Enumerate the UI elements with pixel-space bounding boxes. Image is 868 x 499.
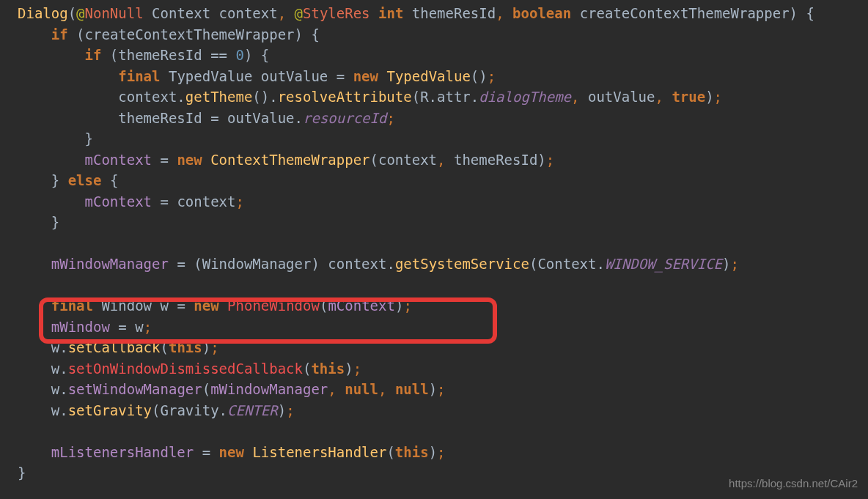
param: context: [219, 5, 278, 21]
token: ContextThemeWrapper: [210, 152, 369, 168]
method-call: setCallback: [68, 339, 161, 355]
token: w: [51, 402, 59, 418]
param: createContextThemeWrapper: [580, 5, 790, 21]
field-ref: mWindowManager: [210, 381, 328, 397]
annotation-at: @: [76, 5, 84, 21]
token: R.attr.: [420, 89, 479, 105]
token: outValue: [588, 89, 655, 105]
token: outValue: [227, 110, 295, 126]
keyword: this: [169, 339, 202, 355]
token: w: [51, 339, 59, 355]
method-call: setOnWindowDismissedCallback: [68, 361, 303, 377]
field-ref: dialogTheme: [479, 89, 571, 105]
token: themeResId: [454, 152, 537, 168]
keyword: boolean: [512, 5, 571, 21]
keyword: if: [51, 26, 68, 42]
number-literal: 0: [236, 47, 244, 63]
token: w: [135, 319, 143, 335]
constant: CENTER: [227, 402, 278, 418]
keyword: new: [353, 68, 378, 84]
field-ref: mListenersHandler: [51, 444, 194, 460]
token: ListenersHandler: [252, 444, 386, 460]
keyword: true: [672, 89, 705, 105]
constant: WINDOW_SERVICE: [605, 256, 722, 272]
token: context: [328, 256, 386, 272]
token: context: [177, 193, 235, 210]
token: TypedValue: [169, 68, 252, 84]
field-ref: mWindowManager: [51, 256, 169, 272]
token: Dialog: [18, 5, 68, 21]
token: WindowManager: [202, 256, 312, 272]
field-ref: mContext: [85, 152, 152, 168]
token: context: [118, 89, 177, 105]
field-ref: mContext: [328, 297, 395, 314]
method-call: setGravity: [68, 402, 152, 418]
token: Context: [152, 5, 210, 21]
token: w: [161, 297, 169, 314]
param: themeResId: [412, 5, 496, 21]
watermark-text: https://blog.csdn.net/CAir2: [729, 476, 858, 492]
field-ref: mWindow: [51, 319, 110, 335]
code-block: Dialog(@NonNull Context context, @StyleR…: [0, 0, 868, 484]
field-ref: mContext: [85, 193, 152, 210]
keyword: new: [194, 297, 218, 314]
token: themeResId: [118, 47, 202, 63]
token: themeResId: [118, 110, 202, 126]
annotation-styleres: StyleRes: [303, 5, 370, 21]
keyword: null: [345, 381, 378, 397]
keyword: new: [219, 444, 244, 460]
token: Context: [537, 256, 596, 272]
token: createContextThemeWrapper: [85, 26, 295, 42]
annotation-nonnull: NonNull: [85, 5, 144, 21]
keyword: this: [395, 444, 429, 460]
keyword: final: [118, 68, 160, 84]
keyword: this: [311, 361, 345, 377]
token: outValue: [261, 68, 328, 84]
keyword: if: [85, 47, 102, 63]
annotation-at: @: [295, 5, 303, 21]
keyword: new: [177, 152, 202, 168]
token: w: [51, 381, 59, 397]
keyword: null: [395, 381, 429, 397]
method-call: setWindowManager: [68, 381, 202, 397]
method-call: getSystemService: [395, 256, 529, 272]
token: w: [51, 361, 59, 377]
method-call: resolveAttribute: [278, 89, 412, 105]
token: Window: [101, 297, 152, 314]
keyword: final: [51, 297, 93, 314]
keyword: int: [378, 5, 403, 21]
method-call: getTheme: [185, 89, 253, 105]
token: PhoneWindow: [227, 297, 320, 314]
keyword: else: [68, 172, 102, 188]
token: TypedValue: [386, 68, 470, 84]
token: Gravity: [161, 402, 219, 418]
token: context: [378, 152, 437, 168]
field-ref: resourceId: [303, 110, 386, 126]
